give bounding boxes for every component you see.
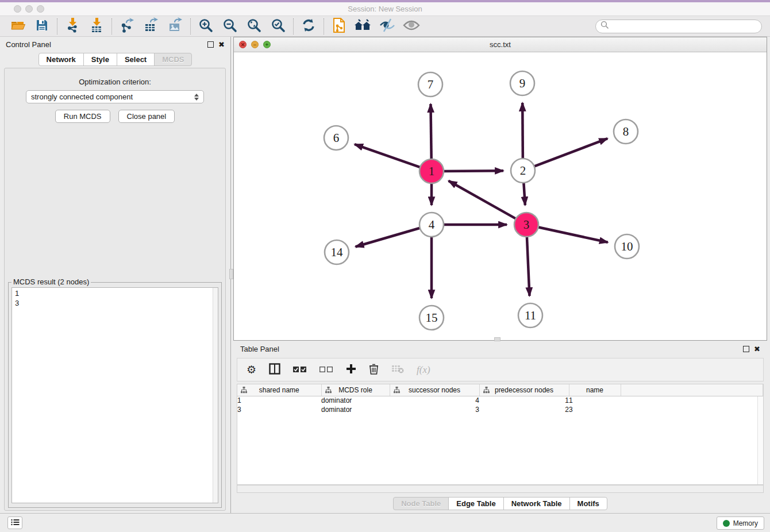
add-row-button[interactable]: [346, 364, 356, 376]
plus-icon: [346, 364, 356, 376]
refresh-icon: [301, 18, 316, 35]
save-icon: [35, 18, 49, 34]
column-header-predecessor-nodes[interactable]: predecessor nodes: [479, 384, 569, 396]
search-field[interactable]: [595, 20, 762, 33]
graph-edge-1-7[interactable]: [430, 104, 431, 161]
graph-node-label: 9: [519, 76, 526, 90]
float-panel-icon[interactable]: [743, 346, 749, 352]
show-all-button[interactable]: [399, 17, 424, 36]
table-row[interactable]: 3 dominator 3 2 3: [237, 405, 763, 414]
float-panel-icon[interactable]: [207, 41, 214, 48]
optimization-criterion-select[interactable]: strongly connected component: [26, 90, 204, 103]
network-window-titlebar[interactable]: ✕ − + scc.txt: [234, 37, 767, 52]
first-neighbors-button[interactable]: [351, 17, 375, 36]
delete-row-button[interactable]: [369, 363, 379, 377]
graph-node-label: 14: [331, 245, 344, 259]
select-all-button[interactable]: [293, 365, 307, 375]
horizontal-split-handle[interactable]: [494, 337, 500, 341]
export-table-button[interactable]: [139, 17, 163, 36]
graph-node-label: 7: [428, 78, 434, 91]
network-view-window: ✕ − + scc.txt 7968124314101511: [233, 37, 767, 341]
table-panel-title: Table Panel: [240, 345, 279, 353]
delete-table-button[interactable]: [391, 364, 404, 376]
network-canvas[interactable]: 7968124314101511: [234, 52, 767, 340]
hide-selected-button[interactable]: [375, 17, 399, 36]
mcds-result-item[interactable]: 1: [15, 288, 215, 298]
graph-edge-3-1[interactable]: [449, 181, 518, 219]
hide-eye-icon: [379, 18, 396, 35]
mcds-result-title: MCDS result (2 nodes): [11, 277, 91, 286]
column-header-mcds-role[interactable]: MCDS role: [321, 384, 390, 396]
graph-edge-3-11[interactable]: [527, 235, 530, 296]
column-type-icon: [241, 387, 247, 395]
function-builder-button[interactable]: f(x): [417, 364, 430, 376]
vertical-split-handle[interactable]: [229, 269, 233, 279]
refresh-button[interactable]: [297, 17, 321, 36]
close-panel-icon[interactable]: ✖: [218, 41, 225, 48]
export-network-icon: [119, 17, 135, 36]
eye-icon: [403, 19, 420, 34]
column-header-filler: [621, 384, 763, 396]
gear-icon: ⚙: [247, 364, 256, 375]
delete-table-icon: [391, 364, 404, 376]
search-input[interactable]: [613, 22, 757, 30]
table-panel-header: Table Panel ✖: [233, 342, 767, 356]
open-folder-icon: [10, 18, 25, 34]
column-header-successor-nodes[interactable]: successor nodes: [390, 384, 479, 396]
column-type-icon: [325, 387, 332, 395]
graph-edge-4-14[interactable]: [356, 228, 422, 246]
open-session-button[interactable]: [6, 17, 30, 36]
zoom-in-icon: [198, 18, 213, 35]
show-column-button[interactable]: [269, 363, 280, 377]
zoom-selected-button[interactable]: [266, 17, 290, 36]
mcds-panel-body: Optimization criterion: strongly connect…: [4, 68, 226, 511]
tab-style[interactable]: Style: [83, 53, 117, 66]
zoom-out-button[interactable]: [218, 17, 242, 36]
table-vertical-scrollbar[interactable]: [757, 396, 763, 484]
save-session-button[interactable]: [30, 17, 54, 36]
unchecked-boxes-icon: [319, 365, 333, 375]
table-row[interactable]: 1 dominator 4 1 1: [237, 396, 763, 405]
close-panel-button[interactable]: Close panel: [118, 110, 175, 123]
graph-edge-3-10[interactable]: [537, 227, 608, 242]
export-image-button[interactable]: [163, 17, 187, 36]
table-toolbar: ⚙ f(x): [237, 358, 764, 381]
tab-motifs[interactable]: Motifs: [569, 497, 607, 510]
zoom-in-button[interactable]: [194, 17, 218, 36]
column-header-shared-name[interactable]: shared name: [237, 384, 321, 396]
mcds-result-item[interactable]: 3: [15, 298, 215, 308]
tab-mcds[interactable]: MCDS: [154, 53, 192, 66]
table-horizontal-scrollbar[interactable]: [237, 485, 764, 493]
graph-node-label: 11: [525, 309, 536, 322]
import-table-button[interactable]: [84, 17, 109, 36]
close-panel-icon[interactable]: ✖: [754, 345, 760, 353]
graph-edge-2-9[interactable]: [522, 103, 523, 160]
graph-edge-1-6[interactable]: [355, 144, 422, 168]
tab-network[interactable]: Network: [38, 53, 84, 66]
toolbar-separator: [111, 18, 112, 34]
zoom-fit-button[interactable]: [242, 17, 266, 36]
export-network-button[interactable]: [115, 17, 139, 36]
optimization-criterion-value: strongly connected component: [31, 92, 133, 101]
table-settings-button[interactable]: ⚙: [247, 364, 256, 375]
mcds-result-scrollbar[interactable]: [213, 288, 218, 503]
zoom-selected-icon: [271, 18, 286, 35]
tab-select[interactable]: Select: [117, 53, 155, 66]
tab-network-table[interactable]: Network Table: [503, 497, 570, 510]
tab-edge-table[interactable]: Edge Table: [448, 497, 503, 510]
graph-edge-1-2[interactable]: [442, 171, 503, 171]
mcds-result-list[interactable]: 1 3: [11, 287, 218, 503]
unselect-all-button[interactable]: [319, 365, 333, 375]
network-file-button[interactable]: [327, 17, 351, 36]
log-console-button[interactable]: [7, 516, 22, 529]
table-panel: Table Panel ✖ ⚙ f(x) shared name MCDS ro…: [233, 342, 767, 512]
memory-button[interactable]: Memory: [717, 516, 764, 530]
graph-edge-2-8[interactable]: [533, 138, 607, 167]
run-mcds-button[interactable]: Run MCDS: [55, 110, 110, 123]
graph-edge-2-3[interactable]: [523, 181, 525, 205]
graph-node-label: 2: [520, 164, 526, 178]
tab-node-table[interactable]: Node Table: [393, 497, 449, 510]
column-header-name[interactable]: name: [569, 384, 621, 396]
import-network-button[interactable]: [60, 17, 84, 36]
network-file-icon: [332, 17, 346, 36]
